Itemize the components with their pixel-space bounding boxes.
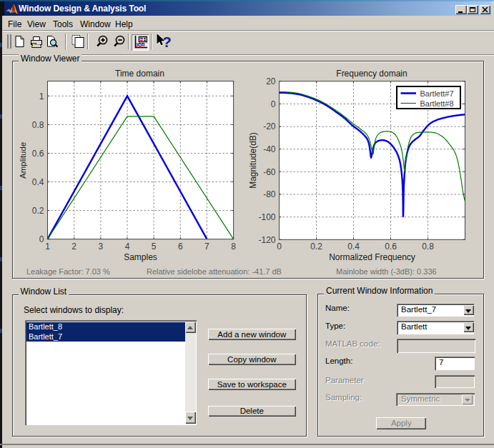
svg-text:-60: -60 (263, 167, 276, 177)
svg-text:-20: -20 (263, 121, 276, 131)
svg-text:Bartlett#7: Bartlett#7 (420, 89, 454, 98)
svg-text:Bartlett#8: Bartlett#8 (420, 99, 454, 108)
svg-text:-40: -40 (263, 144, 276, 154)
svg-text:2: 2 (71, 242, 76, 252)
svg-text:Samples: Samples (124, 252, 157, 262)
svg-text:0: 0 (271, 99, 276, 109)
svg-text:Magnitude(dB): Magnitude(dB) (248, 132, 258, 189)
svg-text:0: 0 (277, 242, 282, 252)
svg-text:0.6: 0.6 (385, 242, 397, 252)
svg-text:Amplitude: Amplitude (19, 142, 28, 179)
svg-text:8: 8 (231, 242, 236, 252)
svg-text:3: 3 (98, 242, 103, 252)
svg-text:0.6: 0.6 (32, 149, 44, 159)
svg-text:20: 20 (266, 76, 276, 86)
svg-text:0.4: 0.4 (32, 177, 44, 187)
svg-text:0.8: 0.8 (422, 242, 434, 252)
svg-text:1: 1 (45, 242, 50, 252)
svg-text:-80: -80 (263, 189, 276, 199)
svg-text:7: 7 (204, 242, 209, 252)
svg-text:0.2: 0.2 (310, 242, 322, 252)
svg-text:6: 6 (178, 242, 183, 252)
svg-text:-120: -120 (258, 235, 275, 245)
svg-text:0.8: 0.8 (32, 120, 44, 130)
svg-text:0: 0 (39, 234, 44, 244)
svg-text:Frequency domain: Frequency domain (336, 69, 407, 79)
svg-text:Normalized Frequency: Normalized Frequency (329, 252, 415, 262)
svg-text:0.4: 0.4 (347, 242, 360, 252)
svg-text:4: 4 (125, 242, 130, 252)
svg-text:1: 1 (39, 91, 44, 101)
svg-text:5: 5 (152, 242, 157, 252)
svg-text:0.2: 0.2 (32, 206, 44, 216)
svg-text:?: ? (162, 34, 172, 50)
svg-text:-100: -100 (258, 212, 275, 222)
svg-text:Time domain: Time domain (115, 69, 164, 79)
